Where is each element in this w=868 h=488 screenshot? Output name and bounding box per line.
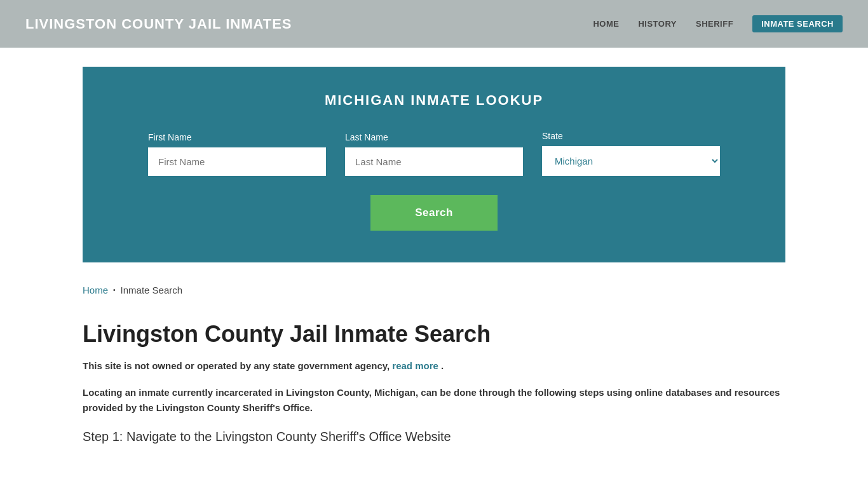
main-content: Home • Inmate Search Livingston County J… bbox=[0, 262, 868, 476]
state-group: State Michigan bbox=[542, 131, 720, 176]
breadcrumb-home-link[interactable]: Home bbox=[83, 285, 108, 295]
nav-inmate-search[interactable]: INMATE SEARCH bbox=[752, 15, 843, 32]
state-label: State bbox=[542, 131, 720, 141]
first-name-group: First Name bbox=[148, 132, 326, 176]
main-nav: HOME HISTORY SHERIFF INMATE SEARCH bbox=[593, 15, 843, 32]
last-name-group: Last Name bbox=[345, 132, 523, 176]
first-name-label: First Name bbox=[148, 132, 326, 142]
disclaimer-suffix: . bbox=[441, 360, 444, 371]
search-button-row: Search bbox=[121, 195, 747, 231]
banner-title: MICHIGAN INMATE LOOKUP bbox=[121, 92, 747, 109]
disclaimer-prefix: This site is not owned or operated by an… bbox=[83, 360, 390, 371]
first-name-input[interactable] bbox=[148, 147, 326, 176]
site-title: LIVINGSTON COUNTY JAIL INMATES bbox=[25, 16, 292, 32]
page-title: Livingston County Jail Inmate Search bbox=[83, 321, 785, 348]
last-name-label: Last Name bbox=[345, 132, 523, 142]
nav-home[interactable]: HOME bbox=[593, 19, 619, 29]
description-text: Locating an inmate currently incarcerate… bbox=[83, 385, 785, 416]
state-select[interactable]: Michigan bbox=[542, 146, 720, 176]
site-header: LIVINGSTON COUNTY JAIL INMATES HOME HIST… bbox=[0, 0, 868, 48]
read-more-link[interactable]: read more bbox=[392, 360, 438, 371]
step1-heading: Step 1: Navigate to the Livingston Count… bbox=[83, 430, 785, 444]
search-button[interactable]: Search bbox=[370, 195, 498, 231]
last-name-input[interactable] bbox=[345, 147, 523, 176]
nav-sheriff[interactable]: SHERIFF bbox=[696, 19, 733, 29]
breadcrumb: Home • Inmate Search bbox=[83, 285, 785, 295]
search-form-row: First Name Last Name State Michigan bbox=[121, 131, 747, 176]
nav-history[interactable]: HISTORY bbox=[638, 19, 677, 29]
search-banner: MICHIGAN INMATE LOOKUP First Name Last N… bbox=[83, 67, 785, 262]
breadcrumb-separator: • bbox=[113, 287, 116, 294]
disclaimer-text: This site is not owned or operated by an… bbox=[83, 359, 785, 374]
breadcrumb-current: Inmate Search bbox=[121, 285, 183, 295]
